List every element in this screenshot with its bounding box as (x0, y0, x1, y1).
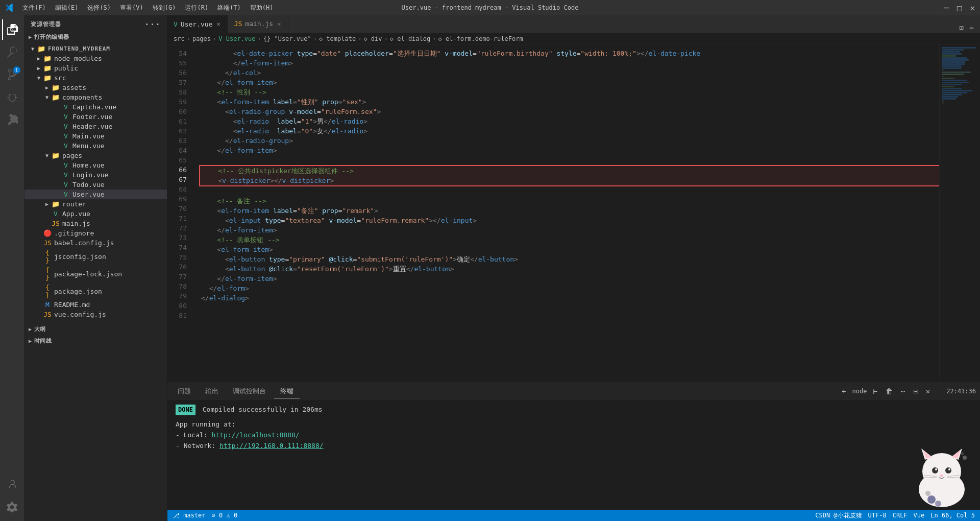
tree-item-main-js[interactable]: ▶ JS main.js (24, 219, 167, 228)
tree-item-package-lock[interactable]: ▶ { } package-lock.json (24, 265, 167, 282)
terminal-type[interactable]: node (852, 388, 867, 395)
breadcrumb-pages[interactable]: pages (192, 35, 211, 42)
sidebar-header: 资源管理器 ··· (24, 15, 167, 31)
tree-item-public[interactable]: ▶ 📁 public (24, 63, 167, 73)
breadcrumb-src[interactable]: src (174, 35, 185, 42)
src-icon: 📁 (43, 74, 52, 82)
tree-item-menu[interactable]: ▶ V Menu.vue (24, 141, 167, 151)
breadcrumb-template[interactable]: ◇ template (319, 35, 356, 42)
vscode-icon (5, 3, 14, 12)
timeline-section[interactable]: ▶ 时间线 (24, 335, 167, 347)
done-message: Compiled successfully in 206ms (203, 406, 323, 413)
panel-close-button[interactable]: ✕ (924, 386, 932, 396)
root-folder-icon: 📁 (37, 45, 46, 53)
tree-item-user[interactable]: ▶ V User.vue (24, 190, 167, 199)
tab-main-js[interactable]: JS main.js ✕ (228, 15, 289, 33)
tree-item-readme[interactable]: ▶ M README.md (24, 300, 167, 310)
menu-edit[interactable]: 编辑(E) (51, 3, 83, 13)
tab-user-vue[interactable]: V User.vue ✕ (167, 15, 228, 33)
menu-file[interactable]: 文件(F) (18, 3, 50, 13)
sidebar-more-button[interactable]: ··· (144, 19, 161, 29)
git-branch[interactable]: ⎇ master (173, 512, 206, 519)
tree-item-pages[interactable]: ▼ 📁 pages (24, 151, 167, 160)
breadcrumb-div[interactable]: ◇ div (363, 35, 382, 42)
encoding[interactable]: UTF-8 (868, 512, 887, 519)
panel-tab-debug-console[interactable]: 调试控制台 (227, 385, 272, 398)
tree-item-todo[interactable]: ▶ V Todo.vue (24, 180, 167, 190)
tree-item-components[interactable]: ▼ 📁 components (24, 92, 167, 102)
panel-tab-problems[interactable]: 问题 (172, 385, 197, 398)
activity-search[interactable] (2, 42, 22, 62)
tree-item-vue-config[interactable]: ▶ JS vue.config.js (24, 310, 167, 319)
tree-item-router[interactable]: ▶ 📁 router (24, 199, 167, 209)
home-icon: V (61, 161, 70, 169)
tree-item-app[interactable]: ▶ V App.vue (24, 209, 167, 219)
panel-tab-terminal[interactable]: 终端 (274, 385, 300, 398)
activity-account[interactable] (2, 474, 22, 494)
open-editors-section[interactable]: ▶ 打开的编辑器 (24, 31, 167, 43)
tree-item-jsconfig[interactable]: ▶ { } jsconfig.json (24, 248, 167, 265)
menu-terminal[interactable]: 终端(T) (213, 3, 245, 13)
close-button[interactable]: ✕ (970, 3, 975, 13)
panel-actions: + node ⊢ 🗑 ⋯ ⊟ ✕ 22:41:36 (840, 386, 976, 396)
breadcrumb-obj[interactable]: {} "User.vue" (263, 35, 311, 42)
split-terminal-button[interactable]: ⊢ (871, 386, 879, 396)
tree-item-package[interactable]: ▶ { } package.json (24, 282, 167, 300)
terminal-timestamp: 22:41:36 (946, 388, 976, 395)
tree-item-captcha[interactable]: ▶ V Captcha.vue (24, 102, 167, 112)
tree-root[interactable]: ▼ 📁 FRONTEND_MYDREAM (24, 44, 167, 54)
tree-item-footer[interactable]: ▶ V Footer.vue (24, 112, 167, 122)
activity-explorer[interactable] (2, 19, 22, 40)
more-tabs-button[interactable]: ⋯ (968, 22, 976, 33)
menu-goto[interactable]: 转到(G) (149, 3, 180, 13)
tree-item-header[interactable]: ▶ V Header.vue (24, 122, 167, 131)
main-vue-label: Main.vue (72, 132, 167, 140)
maximize-button[interactable]: □ (957, 3, 962, 13)
menu-help[interactable]: 帮助(H) (246, 3, 278, 13)
tree-item-node_modules[interactable]: ▶ 📁 node_modules (24, 54, 167, 63)
code-line-73: <!-- 表单按钮 --> (201, 235, 939, 245)
user-vue-tab-icon: V (174, 20, 178, 28)
activity-git[interactable]: 1 (2, 64, 22, 85)
activity-settings[interactable] (2, 496, 22, 517)
terminal-content[interactable]: DONE Compiled successfully in 206ms App … (167, 400, 980, 510)
line-ending[interactable]: CRLF (893, 512, 908, 519)
panel-tab-output[interactable]: 输出 (199, 385, 225, 398)
title-bar: 文件(F) 编辑(E) 选择(S) 查看(V) 转到(G) 运行(R) 终端(T… (0, 0, 980, 15)
minimize-button[interactable]: ─ (944, 3, 949, 13)
assets-label: assets (62, 84, 167, 91)
errors-warnings[interactable]: ⊘ 0 ⚠ 0 (212, 512, 238, 519)
tree-item-main-vue[interactable]: ▶ V Main.vue (24, 131, 167, 141)
readme-label: README.md (54, 301, 167, 309)
tree-item-gitignore[interactable]: ▶ 🔴 .gitignore (24, 228, 167, 238)
menu-select[interactable]: 选择(S) (83, 3, 115, 13)
split-editor-button[interactable]: ⊡ (957, 22, 965, 33)
kill-terminal-button[interactable]: 🗑 (884, 386, 895, 396)
network-url[interactable]: http://192.168.0.111:8888/ (219, 442, 324, 449)
menu-view[interactable]: 查看(V) (116, 3, 148, 13)
code-line-69: <!-- 备注 --> (201, 196, 939, 206)
panel-more-button[interactable]: ⋯ (899, 386, 907, 396)
activity-debug[interactable] (2, 87, 22, 107)
cursor-position[interactable]: Ln 66, Col 5 (930, 512, 975, 519)
tree-item-src[interactable]: ▼ 📁 src (24, 73, 167, 83)
tree-item-assets[interactable]: ▶ 📁 assets (24, 83, 167, 92)
tree-item-babel[interactable]: ▶ JS babel.config.js (24, 238, 167, 248)
activity-extensions[interactable] (2, 109, 22, 130)
add-terminal-button[interactable]: + (840, 386, 848, 396)
code-content[interactable]: <el-date-picker type="date" placeholder=… (193, 44, 939, 382)
breadcrumb-file[interactable]: V User.vue (218, 35, 255, 42)
main-js-close-button[interactable]: ✕ (276, 20, 282, 28)
language-mode[interactable]: Vue (914, 512, 925, 519)
panel-maximize-button[interactable]: ⊟ (911, 386, 919, 396)
menu-run[interactable]: 运行(R) (181, 3, 212, 13)
tree-item-login[interactable]: ▶ V Login.vue (24, 170, 167, 180)
root-label: FRONTEND_MYDREAM (48, 45, 167, 52)
tree-item-home[interactable]: ▶ V Home.vue (24, 160, 167, 170)
local-url[interactable]: http://localhost:8888/ (211, 431, 299, 439)
breadcrumb-el-dialog[interactable]: ◇ el-dialog (390, 35, 430, 42)
user-vue-close-button[interactable]: ✕ (215, 20, 221, 28)
outline-section[interactable]: ▶ 大纲 (24, 323, 167, 335)
root-chevron: ▼ (29, 46, 37, 52)
breadcrumb-el-form[interactable]: ◇ el-form.demo-ruleForm (438, 35, 523, 42)
